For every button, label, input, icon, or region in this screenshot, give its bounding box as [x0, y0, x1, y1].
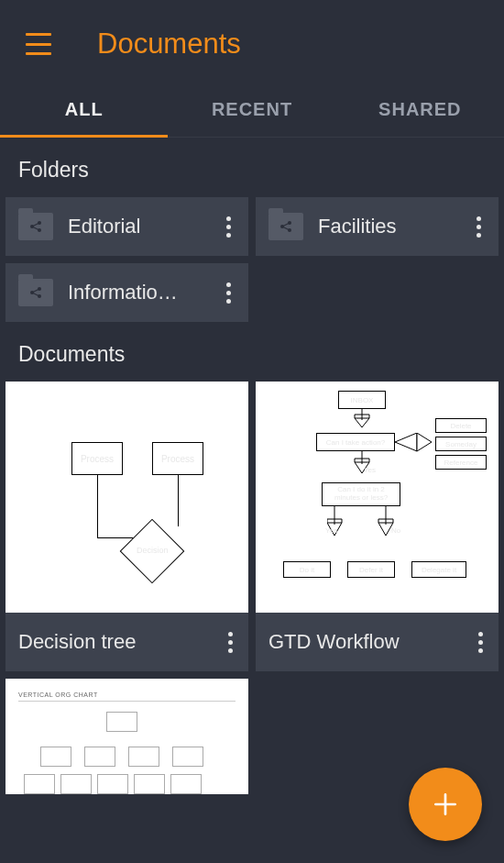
- folders-heading: Folders: [0, 138, 504, 197]
- svg-line-9: [282, 227, 290, 230]
- page-title: Documents: [97, 28, 241, 61]
- tab-all[interactable]: ALL: [0, 79, 168, 137]
- menu-button[interactable]: [26, 33, 55, 55]
- document-more-button[interactable]: [469, 627, 491, 657]
- document-thumbnail: INBOX Can I take action? No Delete Somed…: [256, 382, 499, 613]
- folder-share-icon: [18, 213, 53, 240]
- document-thumbnail: VERTICAL ORG CHART: [5, 679, 248, 794]
- document-more-button[interactable]: [219, 627, 241, 657]
- folder-name: Informatio…: [68, 281, 217, 304]
- svg-marker-15: [395, 433, 417, 451]
- folder-more-button[interactable]: [217, 212, 239, 241]
- svg-line-3: [32, 223, 39, 227]
- folder-share-icon: [18, 279, 53, 306]
- document-card[interactable]: Process Process Decision Decision tree: [5, 382, 248, 671]
- document-card[interactable]: VERTICAL ORG CHART: [5, 679, 248, 794]
- document-card[interactable]: INBOX Can I take action? No Delete Somed…: [256, 382, 499, 671]
- tab-bar: ALL RECENT SHARED: [0, 79, 504, 138]
- svg-line-13: [32, 289, 39, 293]
- new-document-fab[interactable]: [409, 768, 482, 841]
- svg-line-4: [32, 227, 39, 230]
- folder-more-button[interactable]: [467, 212, 489, 241]
- document-title: GTD Workflow: [268, 630, 469, 654]
- document-thumbnail: Process Process Decision: [5, 382, 248, 613]
- folder-share-icon: [268, 213, 303, 240]
- folder-name: Editorial: [68, 215, 217, 238]
- folder-item[interactable]: Informatio…: [5, 263, 248, 322]
- document-title: Decision tree: [18, 630, 219, 654]
- folder-more-button[interactable]: [217, 278, 239, 307]
- tab-recent[interactable]: RECENT: [168, 79, 335, 137]
- svg-line-14: [32, 293, 39, 296]
- plus-icon: [431, 790, 460, 819]
- folder-item[interactable]: Editorial: [5, 197, 248, 256]
- tab-shared[interactable]: SHARED: [336, 79, 504, 137]
- folder-name: Facilities: [318, 215, 467, 238]
- svg-marker-16: [417, 433, 432, 451]
- documents-heading: Documents: [0, 322, 504, 382]
- folder-item[interactable]: Facilities: [256, 197, 499, 256]
- svg-line-8: [282, 223, 290, 227]
